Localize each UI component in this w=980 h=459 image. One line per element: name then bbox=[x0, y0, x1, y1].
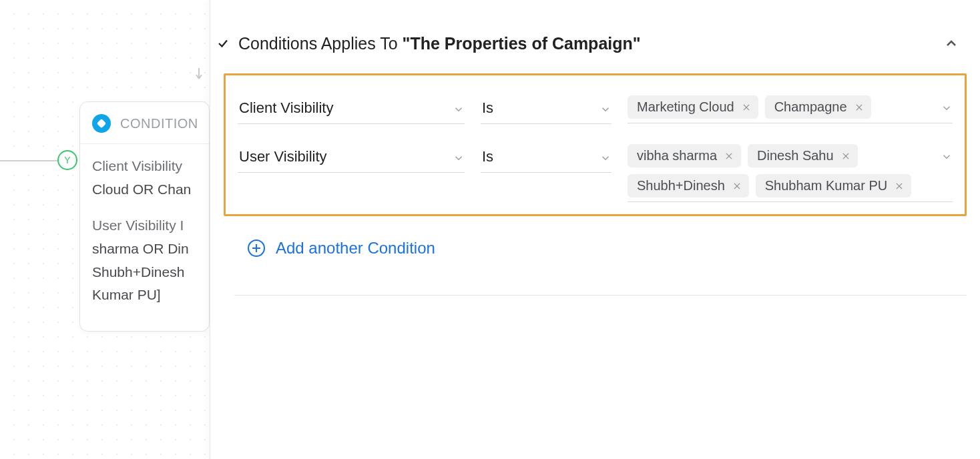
panel-title-bold: "The Properties of Campaign" bbox=[403, 34, 641, 53]
value-tag: Shubham Kumar PU bbox=[756, 174, 911, 197]
operator-select[interactable]: Is bbox=[481, 95, 611, 124]
conditions-container: Client Visibility Is Marketing Cloud Ch bbox=[224, 73, 967, 216]
value-multiselect[interactable]: vibha sharma Dinesh Sahu Shubh+Dinesh bbox=[628, 144, 953, 202]
collapse-button[interactable] bbox=[941, 33, 961, 53]
summary-cond1-field: Client Visibility bbox=[92, 155, 197, 178]
tag-label: Shubh+Dinesh bbox=[637, 178, 725, 193]
tag-label: Marketing Cloud bbox=[637, 99, 734, 115]
chevron-down-icon bbox=[453, 151, 465, 163]
tags-wrap: Marketing Cloud Champagne bbox=[628, 95, 937, 119]
chevron-down-icon bbox=[941, 151, 953, 163]
add-condition-label: Add another Condition bbox=[276, 239, 435, 258]
field-select-value: Client Visibility bbox=[239, 99, 333, 117]
field-select[interactable]: User Visibility bbox=[238, 144, 465, 173]
tag-label: Champagne bbox=[774, 99, 847, 115]
check-icon bbox=[216, 36, 230, 51]
operator-select[interactable]: Is bbox=[481, 144, 611, 173]
chevron-down-icon bbox=[941, 102, 953, 114]
node-title: CONDITION bbox=[120, 116, 198, 131]
remove-tag-icon[interactable] bbox=[741, 102, 752, 113]
node-header: CONDITION bbox=[80, 102, 209, 144]
tag-label: Dinesh Sahu bbox=[757, 148, 834, 163]
add-condition-button[interactable]: Add another Condition bbox=[248, 239, 435, 258]
tag-label: vibha sharma bbox=[637, 148, 717, 163]
yes-branch-badge: Y bbox=[57, 150, 77, 170]
value-multiselect[interactable]: Marketing Cloud Champagne bbox=[628, 95, 953, 123]
chevron-down-icon bbox=[453, 102, 465, 114]
panel-title: Conditions Applies To "The Properties of… bbox=[238, 34, 941, 53]
condition-diamond-icon bbox=[92, 114, 111, 133]
connector-line bbox=[0, 160, 59, 161]
value-tag: Champagne bbox=[765, 95, 871, 119]
condition-node-card[interactable]: CONDITION Client Visibility Cloud OR Cha… bbox=[79, 101, 210, 332]
operator-select-value: Is bbox=[482, 99, 493, 117]
field-select[interactable]: Client Visibility bbox=[238, 95, 465, 124]
panel-title-prefix: Conditions Applies To bbox=[238, 34, 403, 53]
summary-cond2-line: Kumar PU] bbox=[92, 284, 197, 307]
chevron-down-icon bbox=[599, 151, 611, 163]
summary-cond2-line: sharma OR Din bbox=[92, 238, 197, 261]
summary-cond2-line: Shubh+Dinesh bbox=[92, 261, 197, 284]
plus-circle-icon bbox=[248, 240, 265, 257]
value-tag: Shubh+Dinesh bbox=[628, 174, 749, 197]
remove-tag-icon[interactable] bbox=[732, 181, 742, 191]
conditions-panel: Conditions Applies To "The Properties of… bbox=[210, 0, 980, 459]
condition-row: Client Visibility Is Marketing Cloud Ch bbox=[238, 95, 953, 124]
tags-wrap: vibha sharma Dinesh Sahu Shubh+Dinesh bbox=[628, 144, 937, 197]
value-tag: vibha sharma bbox=[628, 144, 741, 167]
remove-tag-icon[interactable] bbox=[724, 151, 734, 161]
value-tag: Dinesh Sahu bbox=[748, 144, 858, 167]
tag-label: Shubham Kumar PU bbox=[765, 178, 887, 193]
remove-tag-icon[interactable] bbox=[854, 102, 865, 113]
remove-tag-icon[interactable] bbox=[894, 181, 905, 191]
field-select-value: User Visibility bbox=[239, 148, 327, 165]
node-summary: Client Visibility Cloud OR Chan User Vis… bbox=[80, 144, 209, 307]
value-tag: Marketing Cloud bbox=[628, 95, 758, 119]
panel-header[interactable]: Conditions Applies To "The Properties of… bbox=[210, 7, 980, 73]
summary-cond1-values: Cloud OR Chan bbox=[92, 178, 197, 201]
operator-select-value: Is bbox=[482, 148, 493, 165]
chevron-down-icon bbox=[599, 102, 611, 114]
summary-cond2-field: User Visibility I bbox=[92, 214, 197, 238]
remove-tag-icon[interactable] bbox=[840, 151, 851, 161]
panel-divider bbox=[234, 295, 967, 296]
condition-row: User Visibility Is vibha sharma Dinesh bbox=[238, 144, 953, 202]
